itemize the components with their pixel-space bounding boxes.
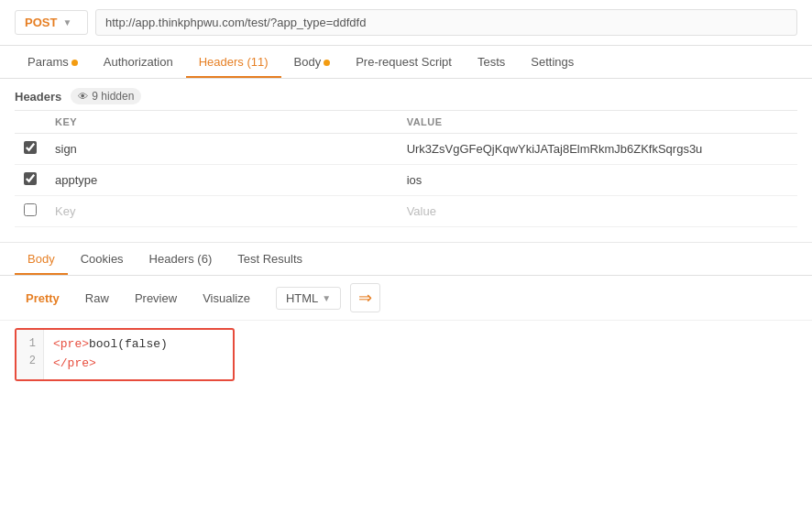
view-raw[interactable]: Raw (74, 287, 120, 310)
row1-checkbox-cell (15, 134, 46, 165)
col-checkbox (15, 111, 46, 134)
view-preview[interactable]: Preview (124, 287, 188, 310)
table-row: apptype ios (15, 165, 797, 196)
headers-table: KEY VALUE sign Urk3ZsVgGFeQjKqwYkiJATaj8… (15, 110, 797, 227)
row1-key: sign (46, 134, 398, 165)
url-bar: POST ▼ (0, 0, 812, 46)
body-dot (324, 60, 330, 66)
tab-authorization[interactable]: Authorization (91, 46, 186, 78)
resp-tab-body[interactable]: Body (15, 243, 68, 275)
row2-key: apptype (46, 165, 398, 196)
row3-value: Value (398, 196, 797, 227)
row2-value: ios (398, 165, 797, 196)
resp-tab-test-results[interactable]: Test Results (225, 243, 315, 275)
code-bool: bool(false) (89, 337, 168, 351)
line-num-2: 2 (24, 353, 36, 370)
view-pretty[interactable]: Pretty (15, 287, 71, 310)
line-numbers: 1 2 (16, 330, 44, 379)
headers-label: Headers (15, 90, 61, 104)
hidden-badge[interactable]: 👁 9 hidden (71, 88, 141, 104)
row1-value: Urk3ZsVgGFeQjKqwYkiJATaj8ElmRkmJb6ZKfkSq… (398, 134, 797, 165)
table-row: Key Value (15, 196, 797, 227)
request-tabs: Params Authorization Headers (11) Body P… (0, 46, 812, 79)
row2-checkbox[interactable] (24, 172, 37, 185)
row3-checkbox-cell (15, 196, 46, 227)
resp-tab-headers[interactable]: Headers (6) (137, 243, 225, 275)
body-toolbar: Pretty Raw Preview Visualize HTML ▼ ⇒ (0, 276, 812, 321)
row2-checkbox-cell (15, 165, 46, 196)
format-label: HTML (286, 291, 318, 305)
headers-label-row: Headers 👁 9 hidden (15, 88, 797, 104)
tab-params[interactable]: Params (15, 46, 91, 78)
params-dot (71, 60, 78, 66)
format-chevron: ▼ (322, 293, 331, 303)
table-row: sign Urk3ZsVgGFeQjKqwYkiJATaj8ElmRkmJb6Z… (15, 134, 797, 165)
col-key: KEY (46, 111, 398, 134)
tab-body[interactable]: Body (281, 46, 344, 78)
method-select[interactable]: POST ▼ (15, 10, 88, 35)
code-block: 1 2 <pre>bool(false) </pre> (15, 328, 235, 381)
eye-icon: 👁 (78, 91, 88, 102)
tab-headers[interactable]: Headers (11) (186, 46, 281, 78)
format-select[interactable]: HTML ▼ (276, 287, 341, 310)
tag-pre-open: <pre> (53, 337, 89, 351)
method-label: POST (25, 16, 57, 29)
code-area: 1 2 <pre>bool(false) </pre> (0, 321, 812, 388)
headers-section: Headers 👁 9 hidden KEY VALUE sign (0, 79, 812, 227)
code-content: <pre>bool(false) </pre> (44, 330, 177, 379)
row3-checkbox[interactable] (24, 203, 37, 216)
wrap-button[interactable]: ⇒ (350, 283, 380, 312)
method-chevron: ▼ (62, 17, 71, 27)
resp-tab-cookies[interactable]: Cookies (68, 243, 137, 275)
row3-key: Key (46, 196, 398, 227)
wrap-icon: ⇒ (358, 288, 372, 308)
tab-settings[interactable]: Settings (518, 46, 587, 78)
response-tabs: Body Cookies Headers (6) Test Results (0, 243, 812, 276)
row1-checkbox[interactable] (24, 141, 37, 154)
url-input[interactable] (95, 9, 797, 36)
line-num-1: 1 (24, 335, 36, 353)
tab-pre-request[interactable]: Pre-request Script (343, 46, 465, 78)
view-visualize[interactable]: Visualize (192, 287, 261, 310)
col-value: VALUE (398, 111, 797, 134)
hidden-count: 9 hidden (92, 90, 134, 103)
tag-pre-close: </pre> (53, 356, 96, 370)
tab-tests[interactable]: Tests (465, 46, 518, 78)
